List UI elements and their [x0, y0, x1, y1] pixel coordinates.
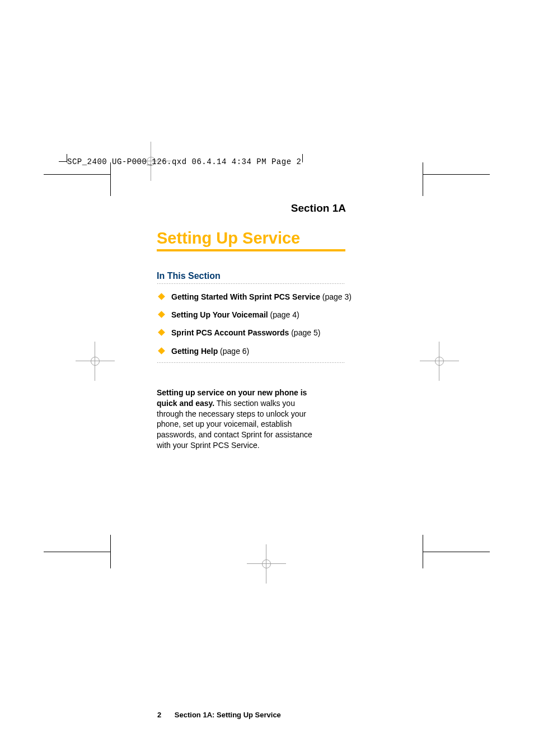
crop-mark [423, 162, 423, 196]
page-title: Setting Up Service [157, 229, 423, 248]
toc-item-ref: (page 5) [289, 328, 320, 337]
toc-item: Sprint PCS Account Passwords (page 5) [157, 328, 423, 338]
toc-item: Getting Help (page 6) [157, 346, 423, 356]
registration-mark [431, 353, 448, 370]
crop-mark [423, 174, 490, 175]
diamond-bullet-icon [158, 293, 165, 300]
in-this-section-heading: In This Section [157, 271, 423, 281]
toc-item-label: Getting Help [171, 347, 218, 356]
toc-item-ref: (page 4) [268, 310, 299, 319]
toc-item-label: Getting Started With Sprint PCS Service [171, 292, 320, 301]
crop-mark [110, 535, 111, 568]
page-footer: 2 Section 1A: Setting Up Service [157, 711, 281, 719]
body-paragraph: Setting up service on your new phone is … [157, 388, 322, 451]
registration-mark [258, 556, 275, 572]
toc-item-label: Sprint PCS Account Passwords [171, 328, 289, 337]
section-label: Section 1A [109, 202, 423, 214]
diamond-bullet-icon [158, 347, 165, 354]
print-header-line: SCP_2400 UG-P000_126.qxd 06.4.14 4:34 PM… [67, 157, 301, 166]
dotted-rule-bottom [157, 362, 345, 363]
crop-mark [44, 174, 111, 175]
crop-mark [423, 535, 423, 568]
toc-list: Getting Started With Sprint PCS Service … [157, 292, 423, 356]
page-content: Section 1A Setting Up Service In This Se… [109, 176, 423, 451]
toc-item-ref: (page 3) [320, 292, 352, 301]
toc-item: Setting Up Your Voicemail (page 4) [157, 310, 423, 320]
diamond-bullet-icon [158, 311, 165, 318]
title-rule [157, 249, 345, 251]
crop-mark [44, 552, 111, 552]
registration-mark [87, 353, 104, 370]
footer-text: Section 1A: Setting Up Service [175, 711, 281, 719]
page-number: 2 [157, 711, 161, 719]
crop-mark [302, 154, 303, 162]
diamond-bullet-icon [158, 329, 165, 337]
toc-item-ref: (page 6) [218, 347, 249, 356]
dotted-rule-top [157, 283, 345, 284]
toc-item-label: Setting Up Your Voicemail [171, 310, 268, 319]
toc-item: Getting Started With Sprint PCS Service … [157, 292, 423, 302]
crop-mark [423, 552, 490, 552]
crop-mark [59, 161, 67, 162]
